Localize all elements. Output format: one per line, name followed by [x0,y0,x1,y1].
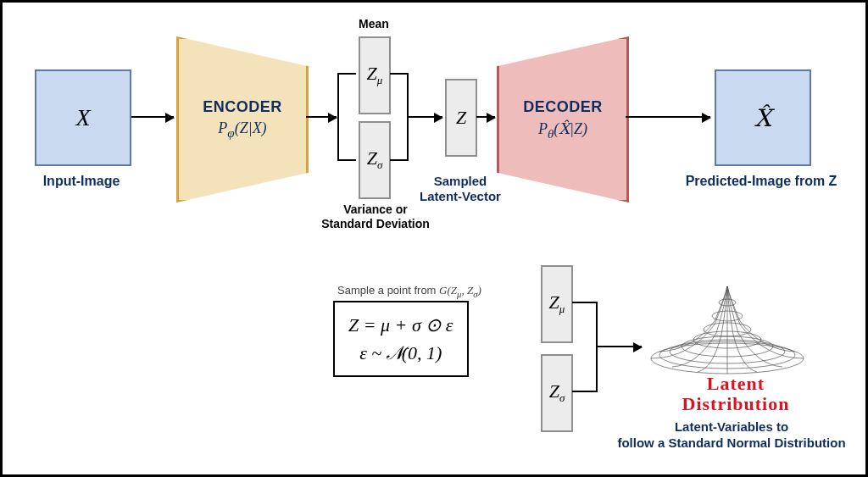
bottom-z-sigma-symbol: Zσ [549,380,565,405]
decoder-title: DECODER [523,98,603,116]
arrow-merge-z [409,116,442,118]
encoder-title: ENCODER [203,98,282,116]
z-box: Z [445,79,477,157]
gaussian-surface-icon [647,274,808,367]
z-sigma-box: Zσ [359,121,391,199]
output-image-box: X̂ [715,69,811,166]
bottom-z-mu-symbol: Zμ [549,291,565,316]
decoder-block: DECODER Pθ(X̂|Z) [497,36,629,202]
arrow-decoder-output [626,116,710,118]
latent-distribution-caption: Latent-Variables tofollow a Standard Nor… [613,419,850,452]
bracket-right-top [390,73,409,75]
output-image-label: Predicted-Image from Z [672,174,850,189]
z-symbol: Z [456,107,466,129]
sample-caption: Sample a point from G(Zμ, Zσ) [316,284,503,299]
sampled-latent-label: SampledLatent-Vector [414,174,507,204]
bracket2-bot [572,391,598,392]
latent-distribution-title: LatentDistribution [659,374,812,414]
bottom-z-sigma-box: Zσ [541,354,573,432]
formula-line-2: ε ~ 𝒩(0, 1) [348,339,453,367]
input-image-box: X [35,69,131,166]
arrow-input-encoder [131,116,174,118]
output-symbol: X̂ [754,104,771,132]
bracket-left-bot [337,159,356,161]
bracket-left-v [337,73,339,161]
vae-diagram: X Input-Image ENCODER Pφ(Z|X) Zμ Mean Zσ… [0,0,868,477]
z-sigma-symbol: Zσ [367,147,383,172]
reparameterization-formula: Z = μ + σ ⊙ ε ε ~ 𝒩(0, 1) [333,301,469,377]
bracket-right-bot [390,159,409,161]
decoder-subscript: Pθ(X̂|Z) [538,120,587,137]
arrow-to-distribution [598,346,642,347]
formula-line-1: Z = μ + σ ⊙ ε [348,311,453,339]
mean-label: Mean [343,17,404,31]
arrow-encoder-split [306,116,337,118]
z-mu-box: Zμ [359,36,391,114]
encoder-block: ENCODER Pφ(Z|X) [176,36,309,202]
bottom-z-mu-box: Zμ [541,265,573,343]
arrow-z-decoder [476,116,495,118]
z-mu-symbol: Zμ [367,63,383,87]
bracket-left-top [337,73,356,75]
input-symbol: X [75,104,90,131]
bracket2-top [572,302,598,303]
variance-label: Variance orStandard Deviation [316,202,435,231]
encoder-subscript: Pφ(Z|X) [218,119,266,136]
input-image-label: Input-Image [18,174,145,189]
